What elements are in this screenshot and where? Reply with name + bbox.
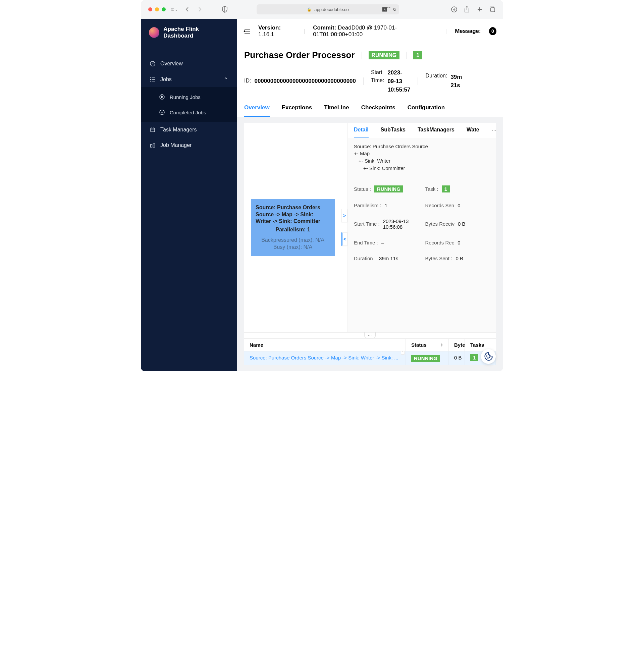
nav-jobs[interactable]: Jobs ⌄ [141,72,237,87]
sidebar-toggle-icon[interactable]: ⌄ [171,6,178,13]
svg-point-24 [488,358,488,358]
svg-point-10 [151,79,151,79]
kv-bytes-received: Bytes Receiv0 B [425,218,490,230]
graph-node-backpressure: Backpressured (max): N/A [256,237,330,244]
svg-point-11 [151,81,151,81]
topbar: Version: 1.16.1 | Commit: DeadD0d0 @ 197… [237,19,503,43]
tab-exceptions[interactable]: Exceptions [282,101,312,117]
col-tasks[interactable]: Tasks [465,339,496,351]
kv-task: Task :1 [425,186,490,192]
kv-bytes-sent: Bytes Sent :0 B [425,255,490,261]
svg-point-13 [160,110,164,115]
detail-tab-taskmanagers[interactable]: TaskManagers [418,123,454,138]
cookie-consent-button[interactable] [481,349,496,364]
schedule-icon [150,127,156,133]
new-tab-icon[interactable] [476,6,483,13]
sidebar-header: Apache Flink Dashboard [141,19,237,46]
graph-node-busy: Busy (max): N/A [256,244,330,251]
url-text: app.decodable.co [314,7,349,12]
tab-timeline[interactable]: TimeLine [324,101,349,117]
detail-tab-detail[interactable]: Detail [354,123,369,138]
share-icon[interactable] [464,6,470,13]
col-bytes[interactable]: Byte [449,339,465,351]
forward-button[interactable] [197,6,203,13]
browser-chrome: ⌄ 🔒 app.decodable.co 🅰︎⁀ ↻ [141,0,503,19]
table-row[interactable]: Source: Purchase Orders Source -> Map ->… [244,352,496,365]
shield-icon[interactable] [222,6,228,13]
job-start-time-block: StartTime: 2023-09-1310:55:57 [371,68,410,94]
svg-rect-18 [151,144,152,147]
reload-icon[interactable]: ↻ [393,7,396,12]
svg-rect-4 [491,8,495,12]
job-graph-pane[interactable]: Source: Purchase Orders Source -> Map ->… [244,123,341,333]
nav-completed-jobs-label: Completed Jobs [170,110,206,115]
lock-icon: 🔒 [307,8,312,12]
download-icon[interactable] [451,6,457,13]
nav-overview[interactable]: Overview [141,56,237,72]
nav-running-jobs[interactable]: Running Jobs [141,89,237,105]
nav-job-manager[interactable]: Job Manager [141,138,237,153]
main-content: Version: 1.16.1 | Commit: DeadD0d0 @ 197… [237,19,503,371]
content-area: Source: Purchase Orders Source -> Map ->… [237,117,503,371]
detail-tabs-more-icon[interactable]: ··· [491,127,496,133]
tree-committer: +- Sink: Committer [354,165,490,172]
detail-pane: Detail SubTasks TaskManagers Wate ··· So… [348,123,496,333]
cell-status: RUNNING [406,352,449,365]
graph-node[interactable]: Source: Purchase Orders Source -> Map ->… [251,199,335,256]
svg-point-9 [151,77,151,78]
expand-right-button[interactable]: > [341,209,348,222]
sidebar: Apache Flink Dashboard Overview Jobs ⌄ R… [141,19,237,371]
nav-task-managers-label: Task Managers [160,127,197,133]
tree-source: Source: Purchase Orders Source [354,143,490,150]
svg-point-23 [487,356,487,356]
kv-parallelism: Parallelism :1 [354,203,419,208]
kv-end-time: End Time :– [354,240,419,245]
job-id-block: ID: 00000000000000000000000000000000 [244,78,356,85]
collapse-left-button[interactable]: < [341,232,348,246]
tabs-icon[interactable] [489,6,496,13]
minimize-window-button[interactable] [155,8,159,11]
url-bar[interactable]: 🔒 app.decodable.co 🅰︎⁀ ↻ [256,4,399,14]
message-count-badge[interactable]: 0 [489,27,496,35]
maximize-window-button[interactable] [162,8,166,11]
nav-task-managers[interactable]: Task Managers [141,122,237,138]
app-title: Apache Flink Dashboard [163,26,229,39]
row-resize-handle[interactable]: ··· [244,332,496,338]
job-header: Purchase Order Processor RUNNING 1 ID: 0… [237,43,503,117]
back-button[interactable] [184,6,190,13]
commit-block: Commit: DeadD0d0 @ 1970-01-01T01:00:00+0… [313,25,437,38]
kv-duration: Duration :39m 11s [354,255,419,261]
svg-point-25 [489,357,490,357]
job-tabs: Overview Exceptions TimeLine Checkpoints… [244,101,496,117]
cell-name[interactable]: Source: Purchase Orders Source -> Map ->… [244,352,406,365]
list-icon [150,76,156,83]
tab-overview[interactable]: Overview [244,101,270,117]
close-window-button[interactable] [148,8,152,11]
nav-completed-jobs[interactable]: Completed Jobs [141,105,237,120]
nav-overview-label: Overview [160,61,183,67]
nav-job-manager-label: Job Manager [160,142,191,148]
col-resize-handle[interactable]: ⋮ [401,352,405,355]
kv-records-received: Records Rec0 [425,240,490,245]
svg-rect-14 [151,128,155,132]
detail-tab-watermarks[interactable]: Wate [467,123,479,138]
flink-logo [149,27,159,38]
dashboard-icon [150,61,156,67]
chevron-up-icon: ⌄ [224,76,228,83]
detail-tab-subtasks[interactable]: SubTasks [381,123,405,138]
sort-icon[interactable]: ▲▼ [440,343,443,347]
kv-start-time: Start Time :2023-09-13 10:56:08 [354,218,419,230]
job-status-badge: RUNNING [369,51,400,59]
translate-icon[interactable]: 🅰︎⁀ [382,7,390,12]
nav-running-jobs-label: Running Jobs [170,94,201,100]
vertex-table: Name Status ▲▼ Byte Tasks Source: Purcha… [244,338,496,365]
col-name[interactable]: Name [244,339,406,351]
col-status[interactable]: Status ▲▼ [406,339,449,351]
tab-checkpoints[interactable]: Checkpoints [361,101,395,117]
job-duration-block: Duration: 39m21s [425,73,462,90]
nav-jobs-label: Jobs [160,76,172,83]
menu-collapse-icon[interactable] [243,28,250,34]
tab-configuration[interactable]: Configuration [407,101,445,117]
kv-status: Status :RUNNING [354,186,419,192]
kv-records-sent: Records Sen0 [425,203,490,208]
